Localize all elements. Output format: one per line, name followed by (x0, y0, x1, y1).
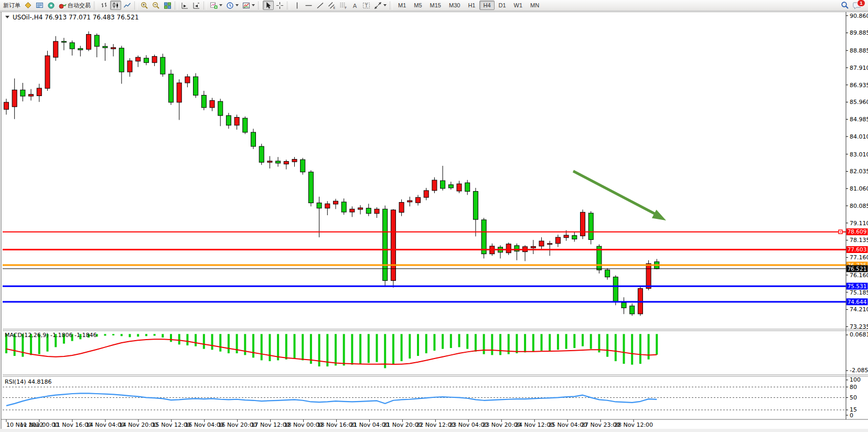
candle (391, 210, 395, 280)
candle (276, 161, 281, 163)
macd-histogram-bar (145, 334, 147, 336)
bar-chart-icon[interactable] (99, 1, 110, 10)
candle (399, 202, 404, 212)
timeframe-h4-button[interactable]: H4 (479, 1, 494, 10)
candle (325, 204, 330, 208)
macd-histogram-bar (401, 334, 403, 361)
timeframe-m30-button[interactable]: M30 (445, 1, 464, 10)
macd-histogram-bar (228, 334, 230, 353)
macd-histogram-bar (359, 334, 361, 364)
chat-icon[interactable]: 1 (851, 1, 863, 10)
candle (4, 102, 9, 109)
macd-histogram-bar (186, 334, 188, 345)
macd-histogram-bar (335, 334, 337, 365)
text-icon[interactable]: A (349, 1, 360, 10)
new-order-button[interactable]: 新订单 (2, 1, 22, 10)
macd-histogram-bar (154, 334, 156, 335)
macd-histogram-bar (442, 334, 444, 349)
candle (94, 35, 99, 46)
macd-histogram-bar (475, 334, 477, 351)
candlestick-chart-icon[interactable] (110, 1, 121, 10)
candle (630, 306, 635, 314)
macd-histogram-bar (285, 334, 287, 359)
fibonacci-icon[interactable]: F (338, 1, 349, 10)
cursor-icon[interactable] (263, 1, 274, 10)
candle (308, 172, 313, 203)
period-clock-icon[interactable] (224, 1, 240, 10)
macd-histogram-bar (351, 334, 353, 364)
svg-text:82.035: 82.035 (850, 168, 868, 175)
add-indicator-caret[interactable] (219, 4, 222, 6)
period-caret[interactable] (235, 4, 239, 6)
candle (103, 46, 108, 48)
candle (111, 48, 116, 49)
macd-histogram-bar (409, 334, 411, 359)
line-chart-icon[interactable] (122, 1, 133, 10)
equidistant-channel-icon[interactable]: E (326, 1, 337, 10)
svg-text:A: A (353, 2, 357, 9)
macd-histogram-bar (368, 334, 370, 363)
add-indicator-icon[interactable] (208, 1, 224, 10)
zoom-in-icon[interactable] (139, 1, 150, 10)
market-watch-icon[interactable] (23, 1, 34, 10)
svg-text:28 Nov 12:00: 28 Nov 12:00 (614, 422, 653, 428)
macd-histogram-bar (343, 334, 345, 365)
candle (45, 56, 50, 88)
candle (169, 74, 174, 102)
arrows-caret[interactable] (383, 4, 387, 6)
candle (416, 197, 421, 203)
autotrading-button[interactable]: 自动交易 (57, 1, 92, 10)
timeframe-h1-button[interactable]: H1 (464, 1, 479, 10)
svg-text:USOil-,H4 76.913 77.071 76.48: USOil-,H4 76.913 77.071 76.483 76.521 (13, 14, 139, 21)
macd-histogram-bar (565, 334, 567, 349)
timeframe-w1-button[interactable]: W1 (510, 1, 527, 10)
svg-text:85.960: 85.960 (850, 99, 868, 106)
timeframe-mn-button[interactable]: MN (527, 1, 543, 10)
candle (341, 202, 346, 212)
macd-histogram-bar (302, 334, 304, 360)
candle (515, 246, 519, 251)
crosshair-icon[interactable] (274, 1, 285, 10)
chart-shift-icon[interactable] (179, 1, 190, 10)
macd-histogram-bar (384, 334, 386, 368)
vertical-line-icon[interactable] (292, 1, 303, 10)
candle (358, 208, 363, 209)
timeframe-m15-button[interactable]: M15 (426, 1, 445, 10)
tile-windows-icon[interactable] (162, 1, 173, 10)
macd-histogram-bar (656, 334, 658, 354)
timeframe-d1-button[interactable]: D1 (495, 1, 510, 10)
template-caret[interactable] (252, 4, 255, 6)
text-label-icon[interactable]: T (361, 1, 372, 10)
template-icon[interactable] (241, 1, 256, 10)
macd-histogram-bar (244, 334, 246, 355)
auto-scroll-icon[interactable] (191, 1, 202, 10)
navigator-icon[interactable] (46, 1, 57, 10)
candle (284, 162, 288, 164)
candle (127, 61, 132, 72)
search-icon[interactable] (839, 1, 851, 10)
macd-histogram-bar (532, 334, 534, 351)
data-window-icon[interactable] (34, 1, 45, 10)
svg-text:76.160: 76.160 (850, 272, 868, 279)
arrows-icon[interactable] (372, 1, 388, 10)
candle (185, 77, 190, 83)
candle (301, 160, 305, 172)
macd-histogram-bar (606, 334, 608, 356)
svg-text:80: 80 (850, 384, 857, 391)
macd-histogram-bar (112, 334, 114, 335)
macd-histogram-bar (557, 334, 559, 350)
candle (539, 241, 544, 246)
timeframe-m1-button[interactable]: M1 (394, 1, 410, 10)
horizontal-line-icon[interactable] (303, 1, 314, 10)
chart-window[interactable]: 78.60977.60376.72576.52175.53174.64490.8… (0, 11, 868, 432)
timeframe-m5-button[interactable]: M5 (410, 1, 425, 10)
zoom-out-icon[interactable] (151, 1, 162, 10)
svg-text:74.210: 74.210 (850, 306, 868, 313)
macd-histogram-bar (524, 334, 526, 352)
svg-text:83.010: 83.010 (850, 151, 868, 158)
svg-text:89.885: 89.885 (850, 29, 868, 36)
svg-text:75.531: 75.531 (848, 283, 867, 289)
macd-histogram-bar (433, 334, 435, 351)
main-toolbar: 新订单 自动交易 E (0, 0, 868, 11)
trendline-icon[interactable] (315, 1, 326, 10)
